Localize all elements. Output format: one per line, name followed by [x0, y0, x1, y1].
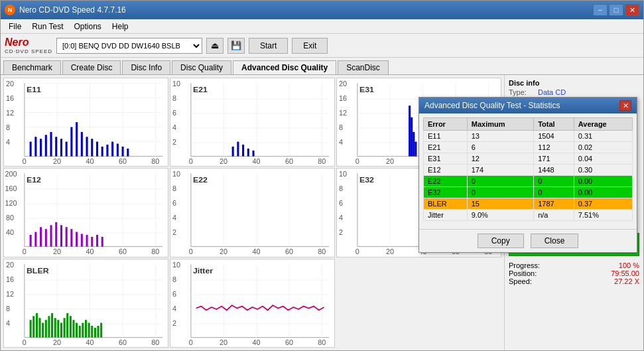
svg-rect-18 — [30, 142, 32, 157]
svg-text:60: 60 — [119, 338, 127, 346]
svg-text:16: 16 — [6, 94, 14, 102]
svg-text:60: 60 — [119, 158, 127, 166]
tab-create-disc[interactable]: Create Disc — [62, 60, 121, 74]
svg-rect-89 — [413, 132, 415, 157]
tab-disc-quality[interactable]: Disc Quality — [172, 60, 231, 74]
svg-rect-122 — [76, 232, 78, 247]
svg-rect-24 — [60, 139, 62, 156]
logo-sub: CD·DVD SPEED — [5, 48, 52, 54]
svg-text:0: 0 — [355, 158, 359, 166]
close-button[interactable]: Close — [531, 234, 579, 248]
speed-value: 27.22 X — [614, 277, 639, 285]
svg-text:2: 2 — [172, 319, 176, 327]
svg-text:80: 80 — [6, 214, 14, 222]
window-close-button[interactable]: ✕ — [625, 4, 639, 16]
minimize-button[interactable]: − — [593, 4, 608, 16]
logo: Nero CD·DVD SPEED — [5, 36, 52, 54]
svg-rect-191 — [45, 320, 47, 337]
tab-benchmark[interactable]: Benchmark — [3, 60, 61, 74]
svg-rect-90 — [415, 142, 417, 157]
svg-text:40: 40 — [86, 338, 94, 346]
svg-text:8: 8 — [339, 123, 343, 131]
svg-text:8: 8 — [172, 184, 176, 192]
svg-text:200: 200 — [5, 170, 17, 178]
drive-selector[interactable]: [0:0] BENQ DVD DD DW1640 BSLB — [56, 38, 202, 54]
stats-close-x-button[interactable]: ✕ — [619, 100, 631, 111]
menu-help[interactable]: Help — [107, 21, 134, 33]
svg-text:10: 10 — [339, 170, 347, 178]
svg-text:20: 20 — [53, 158, 61, 166]
copy-button[interactable]: Copy — [478, 234, 524, 248]
svg-text:8: 8 — [172, 94, 176, 102]
menu-bar: File Run Test Options Help — [1, 19, 643, 34]
svg-rect-37 — [127, 149, 129, 157]
eject-button[interactable]: ⏏ — [206, 38, 224, 54]
svg-text:20: 20 — [6, 80, 14, 88]
progress-section: Progress: 100 % Position: 79:55.00 Speed… — [509, 261, 639, 285]
svg-text:6: 6 — [172, 199, 176, 207]
svg-text:60: 60 — [285, 338, 293, 346]
chart-e22: E22 10 8 6 4 2 0 20 40 60 80 — [170, 168, 335, 257]
svg-rect-114 — [34, 232, 36, 247]
maximize-button[interactable]: □ — [609, 4, 623, 16]
exit-button[interactable]: Exit — [292, 38, 328, 54]
type-value: Data CD — [538, 88, 566, 96]
svg-rect-199 — [70, 316, 72, 337]
svg-rect-187 — [32, 316, 34, 337]
svg-rect-125 — [91, 237, 93, 247]
position-row: Position: 79:55.00 — [509, 269, 639, 277]
svg-text:2: 2 — [172, 138, 176, 146]
tab-scan-disc[interactable]: ScanDisc — [338, 60, 389, 74]
chart-empty — [336, 259, 501, 348]
logo-nero: Nero — [5, 36, 52, 48]
svg-text:20: 20 — [53, 248, 61, 256]
svg-rect-36 — [122, 147, 124, 157]
menu-options[interactable]: Options — [68, 21, 106, 33]
svg-rect-200 — [72, 320, 74, 337]
title-buttons: − □ ✕ — [593, 4, 639, 16]
svg-text:40: 40 — [253, 158, 261, 166]
stats-row: E22000.00 — [424, 176, 633, 187]
tab-advanced-disc-quality[interactable]: Advanced Disc Quality — [233, 60, 336, 74]
svg-text:20: 20 — [6, 261, 14, 269]
type-label: Type: — [509, 88, 535, 96]
save-button[interactable]: 💾 — [227, 38, 245, 54]
svg-rect-22 — [50, 132, 52, 157]
svg-text:8: 8 — [6, 305, 10, 313]
svg-text:120: 120 — [5, 199, 17, 207]
info-type-row: Type: Data CD — [509, 88, 639, 96]
svg-text:E21: E21 — [193, 85, 208, 94]
svg-text:8: 8 — [6, 123, 10, 131]
svg-text:4: 4 — [172, 214, 176, 222]
svg-rect-123 — [81, 234, 83, 247]
svg-rect-208 — [97, 326, 99, 338]
svg-rect-19 — [34, 137, 36, 156]
col-average: Average — [574, 118, 632, 131]
svg-rect-120 — [66, 228, 68, 247]
svg-text:6: 6 — [339, 199, 343, 207]
svg-text:10: 10 — [172, 261, 180, 269]
svg-rect-23 — [55, 137, 57, 156]
svg-rect-113 — [30, 235, 32, 247]
svg-text:20: 20 — [386, 158, 394, 166]
svg-rect-117 — [50, 226, 52, 247]
tab-disc-info[interactable]: Disc Info — [122, 60, 170, 74]
menu-run-test[interactable]: Run Test — [27, 21, 68, 33]
svg-text:12: 12 — [6, 109, 14, 117]
svg-text:60: 60 — [285, 248, 293, 256]
svg-text:E31: E31 — [359, 85, 374, 94]
svg-text:12: 12 — [6, 290, 14, 298]
svg-text:20: 20 — [220, 158, 227, 166]
svg-text:20: 20 — [339, 80, 347, 88]
svg-text:80: 80 — [151, 158, 159, 166]
svg-text:0: 0 — [189, 158, 193, 166]
start-button[interactable]: Start — [249, 38, 288, 54]
menu-file[interactable]: File — [3, 21, 27, 33]
svg-rect-192 — [48, 316, 50, 337]
svg-rect-33 — [106, 145, 108, 157]
svg-text:8: 8 — [339, 184, 343, 192]
svg-text:Jitter: Jitter — [193, 266, 213, 275]
svg-text:E32: E32 — [359, 175, 374, 184]
svg-text:40: 40 — [6, 229, 14, 237]
svg-rect-195 — [57, 320, 59, 337]
